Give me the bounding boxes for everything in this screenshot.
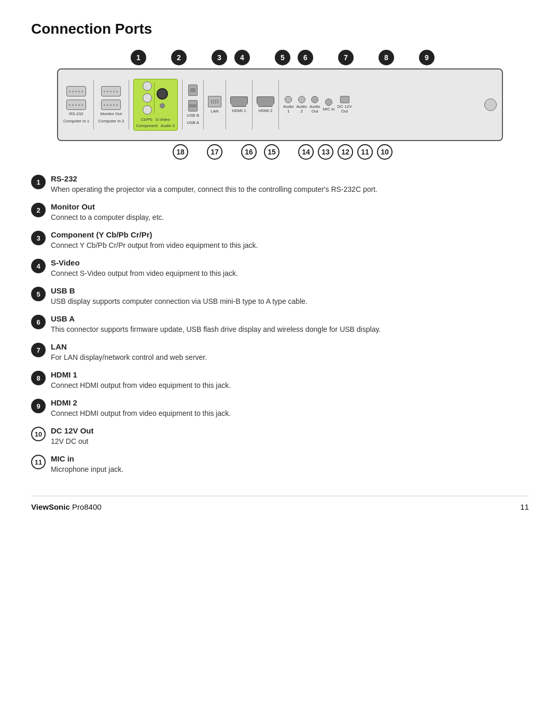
desc-title-9: HDMI 2 [51,398,529,407]
desc-content-1: RS-232 When operating the projector via … [51,174,529,195]
desc-content-9: HDMI 2 Connect HDMI output from video eq… [51,398,529,419]
num-badge-9: 9 [419,50,435,65]
desc-item-6: 6 USB A This connector supports firmware… [31,314,529,335]
desc-number-7: 7 [31,343,46,357]
desc-number-4: 4 [31,259,46,273]
desc-text-1: When operating the projector via a compu… [51,184,529,195]
desc-item-3: 3 Component (Y Cb/Pb Cr/Pr) Connect Y Cb… [31,230,529,251]
footer-brand-name: ViewSonic [31,502,70,511]
port-monitor-out: Monitor Out Computer in 2 [98,86,124,123]
desc-title-1: RS-232 [51,174,529,183]
desc-item-2: 2 Monitor Out Connect to a computer disp… [31,202,529,223]
description-list: 1 RS-232 When operating the projector vi… [31,174,529,475]
num-badge-15: 15 [264,144,279,160]
num-badge-17: 17 [207,144,222,160]
desc-item-7: 7 LAN For LAN display/network control an… [31,342,529,363]
desc-number-11: 11 [31,455,46,469]
port-audio-group: Audio1 Audio2 AudioOut MIC in [283,96,352,114]
footer-model: Pro8400 [70,502,102,511]
desc-content-4: S-Video Connect S-Video output from vide… [51,258,529,279]
port-label-audio1: Audio1 [283,104,293,114]
port-lan: LAN [208,96,221,114]
desc-text-7: For LAN display/network control and web … [51,352,529,363]
num-badge-13: 13 [318,144,333,160]
desc-text-10: 12V DC out [51,436,529,447]
desc-content-11: MIC in Microphone input jack. [51,454,529,475]
port-rs232: RS-232 Computer in 1 [63,86,89,123]
num-badge-3: 3 [212,50,227,65]
port-hdmi1: HDMI 1 [230,96,248,113]
port-label-audio3: Audio 3 [161,123,175,128]
footer: ViewSonic Pro8400 11 [31,496,529,511]
desc-number-5: 5 [31,287,46,301]
desc-text-11: Microphone input jack. [51,464,529,475]
port-component-svideo: Cb/Pb S-Video Component Audio 3 [133,79,178,131]
port-hdmi2: HDMI 2 [257,96,274,113]
desc-title-11: MIC in [51,454,529,463]
port-label-component2: Component [136,123,158,128]
desc-number-3: 3 [31,231,46,245]
num-badge-1: 1 [131,50,146,65]
desc-title-5: USB B [51,286,529,295]
desc-text-2: Connect to a computer display, etc. [51,212,529,223]
desc-title-2: Monitor Out [51,202,529,211]
desc-item-5: 5 USB B USB display supports computer co… [31,286,529,307]
desc-number-1: 1 [31,175,46,189]
top-number-row: 1 2 3 4 5 6 7 8 9 [57,50,503,65]
port-label-component: Cb/Pb [141,117,152,122]
bottom-number-row: 18 17 16 15 14 13 12 11 10 [57,144,503,160]
num-badge-14: 14 [298,144,314,160]
desc-number-10: 10 [31,427,46,441]
num-badge-11: 11 [357,144,373,160]
desc-title-8: HDMI 1 [51,370,529,379]
num-badge-4: 4 [234,50,250,65]
desc-item-10: 10 DC 12V Out 12V DC out [31,426,529,447]
desc-content-7: LAN For LAN display/network control and … [51,342,529,363]
num-badge-10: 10 [377,144,393,160]
num-badge-5: 5 [275,50,290,65]
desc-number-9: 9 [31,399,46,413]
desc-content-10: DC 12V Out 12V DC out [51,426,529,447]
num-badge-8: 8 [379,50,394,65]
port-label-monout: Monitor Out [100,111,122,116]
num-badge-16: 16 [241,144,257,160]
desc-number-2: 2 [31,203,46,217]
num-badge-6: 6 [298,50,313,65]
num-badge-7: 7 [338,50,354,65]
desc-title-6: USB A [51,314,529,323]
desc-title-10: DC 12V Out [51,426,529,435]
num-badge-18: 18 [173,144,188,160]
port-label-micin: MIC in [323,107,334,111]
desc-number-6: 6 [31,315,46,329]
port-label-svideo: S-Video [156,117,170,122]
port-label-comp2: Computer in 2 [98,119,124,123]
desc-content-6: USB A This connector supports firmware u… [51,314,529,335]
desc-content-8: HDMI 1 Connect HDMI output from video eq… [51,370,529,391]
footer-brand: ViewSonic Pro8400 [31,502,102,511]
port-label-audioout: AudioOut [310,104,320,114]
num-badge-12: 12 [338,144,353,160]
desc-title-7: LAN [51,342,529,351]
desc-text-5: USB display supports computer connection… [51,296,529,307]
desc-item-9: 9 HDMI 2 Connect HDMI output from video … [31,398,529,419]
footer-page-number: 11 [520,502,529,511]
desc-text-4: Connect S-Video output from video equipm… [51,268,529,279]
desc-text-9: Connect HDMI output from video equipment… [51,408,529,419]
num-badge-2: 2 [171,50,187,65]
desc-title-4: S-Video [51,258,529,267]
desc-title-3: Component (Y Cb/Pb Cr/Pr) [51,230,529,239]
desc-text-8: Connect HDMI output from video equipment… [51,380,529,391]
port-label-usbb: USB B [187,113,199,118]
desc-content-3: Component (Y Cb/Pb Cr/Pr) Connect Y Cb/P… [51,230,529,251]
port-label-audio2: Audio2 [296,104,306,114]
page-title: Connection Ports [31,21,529,37]
port-label-hdmi2: HDMI 2 [258,108,272,113]
port-label-hdmi1: HDMI 1 [232,108,246,113]
desc-text-6: This connector supports firmware update,… [51,324,529,335]
desc-content-2: Monitor Out Connect to a computer displa… [51,202,529,223]
port-label-dc12v: DC 12VOut [338,104,352,114]
desc-content-5: USB B USB display supports computer conn… [51,286,529,307]
port-label-lan: LAN [211,109,219,114]
port-right-circle [484,99,497,111]
desc-item-11: 11 MIC in Microphone input jack. [31,454,529,475]
